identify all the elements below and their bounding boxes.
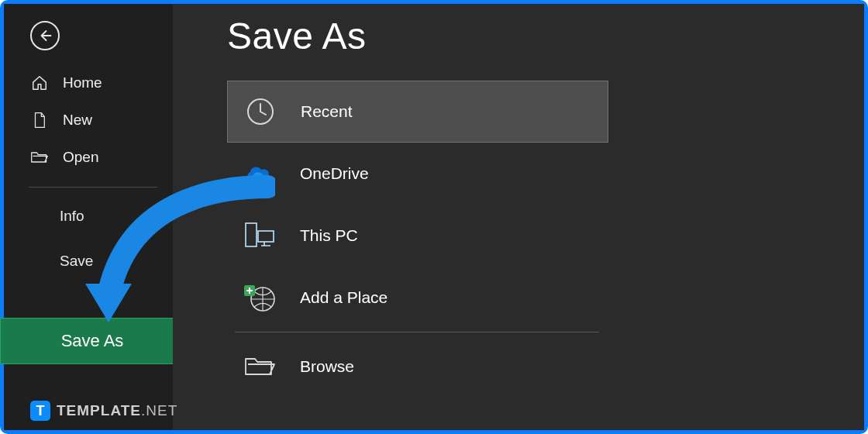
sidebar-item-label: New [63,112,92,129]
watermark-text: TEMPLATE.NET [57,402,177,419]
backstage-sidebar: Home New Open Info Save Save As [4,4,173,430]
sidebar-item-label: Info [60,208,84,224]
back-arrow-icon [38,29,52,43]
sidebar-item-save-as[interactable]: Save As [0,318,184,364]
location-add-place[interactable]: Add a Place [227,267,608,329]
sidebar-item-label: Save As [61,331,124,351]
watermark: T TEMPLATE.NET [30,401,177,421]
this-pc-icon [241,220,278,251]
sidebar-item-home[interactable]: Home [4,64,173,102]
sidebar-item-open[interactable]: Open [4,139,173,176]
main-panel: Save As Recent OneDrive This PC [173,4,864,430]
location-label: OneDrive [300,164,369,183]
watermark-text-bold: TEMPLATE [57,402,141,418]
location-onedrive[interactable]: OneDrive [227,143,608,205]
sidebar-item-label: Open [63,149,98,166]
location-this-pc[interactable]: This PC [227,205,608,267]
browse-folder-icon [241,354,278,379]
sidebar-item-label: Home [63,74,102,91]
sidebar-item-save[interactable]: Save [4,239,173,284]
sidebar-separator [29,187,157,188]
location-label: Add a Place [300,288,388,307]
back-button[interactable] [30,21,60,50]
sidebar-item-label: Save [60,253,93,269]
location-recent[interactable]: Recent [227,81,608,143]
location-label: Recent [301,102,353,121]
location-label: Browse [300,357,354,376]
watermark-badge-icon: T [30,401,50,421]
location-browse[interactable]: Browse [227,336,608,398]
app-frame: Home New Open Info Save Save As Save As [0,0,868,434]
add-place-globe-icon [241,282,278,313]
home-icon [30,74,49,91]
svg-rect-2 [258,231,274,242]
sidebar-item-new[interactable]: New [4,102,173,139]
watermark-text-thin: .NET [141,402,177,418]
onedrive-cloud-icon [241,163,278,184]
save-location-list: Recent OneDrive This PC [227,81,608,398]
page-title: Save As [227,15,864,57]
svg-rect-1 [246,223,257,246]
sidebar-item-info[interactable]: Info [4,194,173,239]
new-document-icon [30,112,49,129]
clock-icon [242,96,279,127]
location-separator [235,332,599,332]
folder-open-icon [30,150,49,165]
location-label: This PC [300,226,358,245]
